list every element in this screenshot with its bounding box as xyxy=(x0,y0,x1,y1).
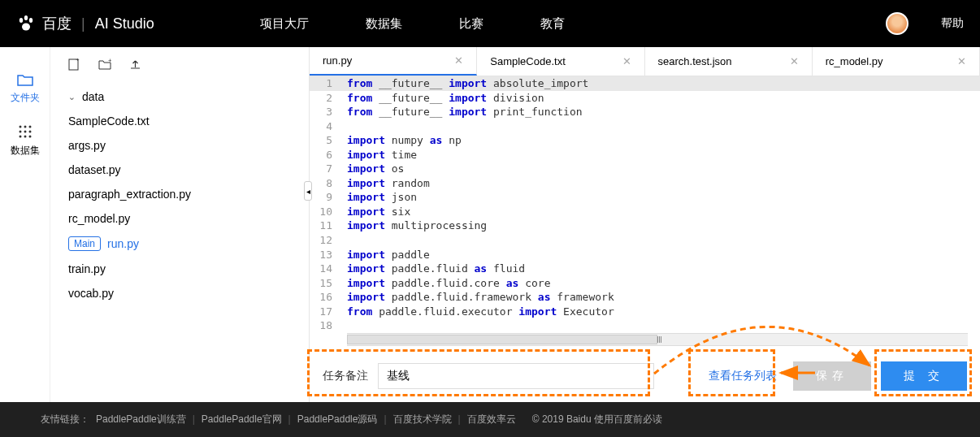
nav-education[interactable]: 教育 xyxy=(540,16,565,32)
horizontal-scrollbar[interactable] xyxy=(347,333,968,346)
footer-lead: 友情链接： xyxy=(41,413,89,426)
collapse-sidebar-handle[interactable]: ◂ xyxy=(304,181,312,201)
grid-icon xyxy=(18,124,33,139)
code-line[interactable]: 7import os xyxy=(310,162,980,176)
code-line[interactable]: 14import paddle.fluid as fluid xyxy=(310,262,980,276)
close-icon[interactable]: ✕ xyxy=(957,55,966,67)
code-line[interactable]: 18 xyxy=(310,318,980,333)
code-line[interactable]: 4 xyxy=(310,119,980,134)
upload-icon[interactable] xyxy=(129,58,141,73)
task-note-label: 任务备注 xyxy=(323,369,368,383)
svg-point-0 xyxy=(20,18,23,23)
footer-copyright: © 2019 Baidu 使用百度前必读 xyxy=(532,413,662,426)
code-line[interactable]: 17from paddle.fluid.executor import Exec… xyxy=(310,305,980,319)
nav-projects[interactable]: 项目大厅 xyxy=(260,16,309,32)
vtab-files[interactable]: 文件夹 xyxy=(0,63,50,115)
tree-file-paragraph_extraction-py[interactable]: paragraph_extraction.py xyxy=(65,182,294,206)
nav-competitions[interactable]: 比赛 xyxy=(459,16,483,32)
close-icon[interactable]: ✕ xyxy=(622,55,631,67)
logo-text: 百度 xyxy=(42,14,72,33)
task-note-input[interactable] xyxy=(378,363,654,389)
tree-file-args-py[interactable]: args.py xyxy=(65,133,294,158)
view-task-list-link[interactable]: 查看任务列表 xyxy=(702,369,783,383)
task-bar: 任务备注 查看任务列表 保存 提 交 xyxy=(310,350,980,402)
svg-point-4 xyxy=(19,126,21,128)
footer-link[interactable]: PaddlePaddle官网 xyxy=(202,413,282,425)
code-line[interactable]: 6import time xyxy=(310,148,980,162)
editor-tabs: run.py✕SampleCode.txt✕search.test.json✕r… xyxy=(310,47,980,76)
code-line[interactable]: 2from __future__ import division xyxy=(310,91,980,106)
svg-point-5 xyxy=(24,126,26,128)
editor-tab-rc_model-py[interactable]: rc_model.py✕ xyxy=(813,47,980,76)
vertical-tabs: 文件夹 数据集 xyxy=(0,47,50,402)
code-line[interactable]: 9import json xyxy=(310,190,980,205)
code-line[interactable]: 13import paddle xyxy=(310,248,980,262)
footer: 友情链接： PaddlePaddle训练营|PaddlePaddle官网|Pad… xyxy=(0,402,980,437)
help-link[interactable]: 帮助 xyxy=(941,16,964,31)
folder-icon xyxy=(17,73,33,86)
avatar[interactable] xyxy=(886,12,908,35)
footer-link[interactable]: 百度效率云 xyxy=(467,413,516,425)
svg-text:+: + xyxy=(76,58,80,63)
svg-point-6 xyxy=(28,126,31,128)
svg-point-11 xyxy=(24,136,26,138)
code-editor[interactable]: 1from __future__ import absolute_import2… xyxy=(310,76,980,350)
code-line[interactable]: 1from __future__ import absolute_import xyxy=(310,76,980,91)
svg-point-9 xyxy=(28,131,31,133)
svg-point-7 xyxy=(19,131,21,133)
tree-file-dataset-py[interactable]: dataset.py xyxy=(65,158,294,182)
editor-tab-run-py[interactable]: run.py✕ xyxy=(310,47,477,76)
top-bar: 百度 | AI Studio 项目大厅 数据集 比赛 教育 帮助 xyxy=(0,0,980,47)
vtab-datasets[interactable]: 数据集 xyxy=(0,115,50,167)
svg-point-8 xyxy=(24,131,26,133)
tree-folder-data[interactable]: data xyxy=(65,84,294,109)
tree-file-vocab-py[interactable]: vocab.py xyxy=(65,281,294,305)
code-line[interactable]: 16import paddle.fluid.framework as frame… xyxy=(310,290,980,305)
footer-link[interactable]: 百度技术学院 xyxy=(393,413,452,425)
svg-text:+: + xyxy=(108,58,111,64)
tree-file-SampleCode-txt[interactable]: SampleCode.txt xyxy=(65,109,294,133)
svg-point-1 xyxy=(24,15,28,20)
code-line[interactable]: 10import six xyxy=(310,205,980,219)
file-panel: + + data SampleCode.txtargs.pydataset.py… xyxy=(50,47,309,402)
code-line[interactable]: 8import random xyxy=(310,176,980,191)
close-icon[interactable]: ✕ xyxy=(454,54,463,67)
code-line[interactable]: 11import multiprocessing xyxy=(310,218,980,233)
tree-file-run-py[interactable]: Mainrun.py xyxy=(65,231,294,257)
code-line[interactable]: 12 xyxy=(310,233,980,248)
footer-link[interactable]: PaddlePaddle源码 xyxy=(297,413,378,425)
save-button[interactable]: 保存 xyxy=(793,361,871,391)
svg-point-12 xyxy=(28,136,31,138)
editor-tab-SampleCode-txt[interactable]: SampleCode.txt✕ xyxy=(477,47,644,76)
logo[interactable]: 百度 | AI Studio xyxy=(16,14,154,33)
svg-point-2 xyxy=(29,18,33,23)
code-line[interactable]: 5import numpy as np xyxy=(310,133,980,148)
svg-point-10 xyxy=(19,136,21,138)
top-nav: 项目大厅 数据集 比赛 教育 xyxy=(260,16,565,32)
close-icon[interactable]: ✕ xyxy=(790,55,799,67)
code-line[interactable]: 3from __future__ import print_function xyxy=(310,105,980,119)
footer-link[interactable]: PaddlePaddle训练营 xyxy=(96,413,186,425)
new-file-icon[interactable]: + xyxy=(68,58,80,73)
editor-panel: ◂ run.py✕SampleCode.txt✕search.test.json… xyxy=(309,47,980,402)
editor-tab-search-test-json[interactable]: search.test.json✕ xyxy=(645,47,813,76)
new-folder-icon[interactable]: + xyxy=(98,58,111,73)
code-line[interactable]: 15import paddle.fluid.core as core xyxy=(310,276,980,291)
svg-point-3 xyxy=(22,24,30,31)
main-badge: Main xyxy=(68,236,101,251)
tree-file-rc_model-py[interactable]: rc_model.py xyxy=(65,206,294,231)
submit-button[interactable]: 提 交 xyxy=(881,361,967,391)
logo-studio: AI Studio xyxy=(95,15,154,32)
tree-file-train-py[interactable]: train.py xyxy=(65,257,294,281)
nav-datasets[interactable]: 数据集 xyxy=(366,16,402,32)
